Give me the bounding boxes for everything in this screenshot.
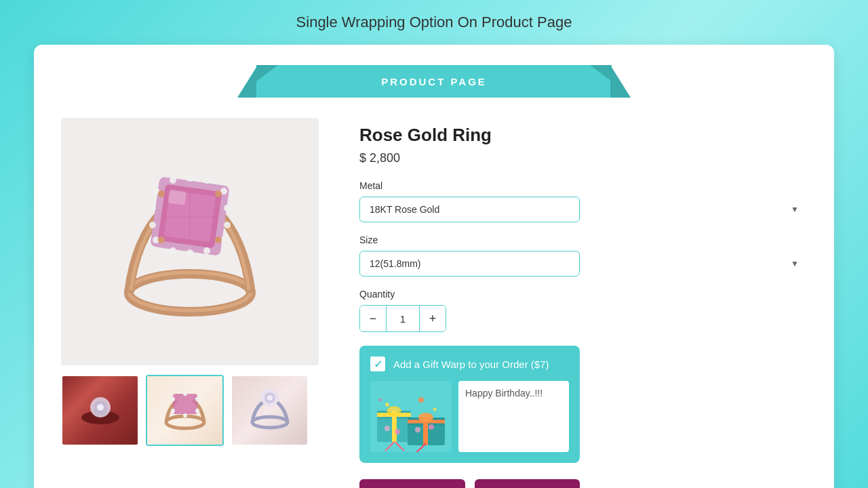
quantity-label: Quantity	[359, 289, 807, 300]
svg-point-60	[385, 403, 389, 407]
gift-svg	[370, 381, 452, 452]
svg-point-61	[418, 397, 424, 403]
size-select-arrow: ▼	[791, 259, 799, 268]
svg-point-44	[252, 417, 288, 428]
gift-wrap-checkbox[interactable]: ✓	[370, 357, 385, 371]
action-buttons: ADD TO CART BUY IT NOW	[359, 479, 580, 488]
svg-point-28	[158, 190, 165, 197]
main-product-image	[61, 118, 319, 365]
metal-select[interactable]: 18KT Rose Gold	[359, 197, 580, 222]
svg-point-22	[186, 249, 194, 258]
size-select-wrapper: 12(51.8mm) ▼	[359, 251, 807, 277]
product-price: $ 2,800	[359, 151, 807, 165]
thumbnail-list	[61, 375, 332, 446]
size-label: Size	[359, 235, 807, 245]
quantity-control: − 1 +	[359, 305, 446, 332]
svg-point-43	[183, 413, 187, 418]
svg-point-9	[186, 174, 194, 182]
banner-text: PRODUCT PAGE	[381, 76, 487, 87]
add-to-cart-button[interactable]: ADD TO CART	[359, 479, 465, 488]
thumbnail-3[interactable]	[231, 375, 309, 446]
svg-point-30	[158, 237, 165, 243]
product-name: Rose Gold Ring	[359, 125, 807, 146]
svg-point-39	[171, 397, 175, 401]
quantity-decrease-button[interactable]: −	[360, 306, 386, 331]
svg-point-62	[433, 408, 437, 411]
svg-point-20	[170, 247, 176, 254]
product-section: Rose Gold Ring $ 2,800 Metal 18KT Rose G…	[359, 118, 807, 488]
ring-svg	[75, 130, 305, 354]
image-section	[61, 118, 332, 488]
svg-point-38	[183, 392, 187, 396]
banner-section: PRODUCT PAGE	[61, 65, 807, 98]
gift-wrap-header: ✓ Add a Gift Warp to your Order ($7)	[370, 357, 569, 371]
svg-point-65	[395, 429, 400, 434]
gift-image	[370, 381, 452, 452]
svg-point-11	[203, 177, 210, 184]
gift-wrap-content: Happy Birthday..!!!	[370, 381, 569, 452]
svg-point-29	[215, 190, 222, 197]
buy-now-button[interactable]: BUY IT NOW	[475, 479, 580, 488]
svg-marker-0	[237, 65, 258, 98]
metal-select-wrapper: 18KT Rose Gold ▼	[359, 197, 807, 222]
svg-point-67	[429, 424, 434, 430]
svg-point-16	[149, 222, 156, 228]
svg-rect-37	[173, 394, 197, 414]
svg-point-31	[215, 237, 222, 243]
svg-point-59	[418, 413, 433, 422]
svg-marker-2	[610, 65, 631, 98]
svg-point-15	[224, 205, 231, 211]
thumbnail-1[interactable]	[61, 375, 139, 446]
svg-point-40	[195, 397, 199, 401]
product-card: PRODUCT PAGE	[34, 45, 834, 488]
svg-point-66	[415, 427, 420, 432]
quantity-section: Quantity − 1 +	[359, 289, 807, 332]
size-select[interactable]: 12(51.8mm)	[359, 251, 580, 277]
svg-point-63	[379, 399, 382, 401]
thumbnail-2[interactable]	[146, 375, 224, 446]
metal-label: Metal	[359, 180, 807, 191]
svg-point-64	[384, 426, 390, 431]
svg-point-42	[195, 409, 199, 413]
svg-point-14	[149, 205, 156, 211]
svg-point-36	[166, 416, 204, 428]
svg-point-21	[203, 247, 210, 254]
gift-wrap-label: Add a Gift Warp to your Order ($7)	[393, 359, 549, 370]
main-content: Rose Gold Ring $ 2,800 Metal 18KT Rose G…	[61, 118, 807, 488]
svg-point-47	[267, 395, 273, 401]
svg-point-35	[97, 404, 104, 411]
svg-point-10	[170, 177, 176, 184]
quantity-increase-button[interactable]: +	[420, 306, 446, 331]
gift-wrap-section: ✓ Add a Gift Warp to your Order ($7)	[359, 346, 580, 463]
page-title: Single Wrapping Option On Product Page	[34, 14, 834, 31]
metal-select-arrow: ▼	[791, 205, 799, 214]
svg-rect-27	[167, 189, 186, 205]
quantity-value: 1	[386, 306, 420, 331]
svg-point-17	[224, 222, 231, 228]
gift-message-box[interactable]: Happy Birthday..!!!	[458, 381, 569, 452]
svg-point-41	[171, 409, 175, 413]
checkbox-check-icon: ✓	[374, 358, 382, 371]
